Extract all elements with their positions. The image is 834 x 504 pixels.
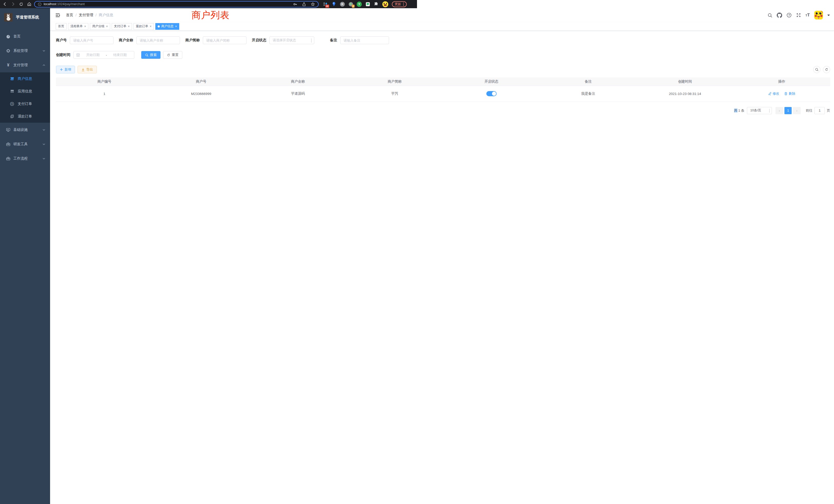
status-select[interactable]: 请选择开启状态 [269,37,314,44]
extension-pin-icon[interactable] [331,2,336,7]
header-short-name: 商户简称 [346,77,417,86]
tab-pay-order[interactable]: 支付订单× [112,23,132,30]
tab-process-form[interactable]: 流程表单× [68,23,88,30]
date-range-picker[interactable]: 开始日期 - 结束日期 [73,51,134,59]
cell-short-name: 芋艿 [346,86,417,101]
extension-blocks-icon[interactable]: 10 [323,2,328,7]
chevron-down-icon [42,157,45,160]
url-text: localhost:1024/pay/merchant [44,2,85,6]
share-icon[interactable] [302,2,306,6]
table-toolbar: 新增 导出 [56,66,417,73]
submenu-item-pay-order[interactable]: ¥ 支付订单 [0,97,50,110]
extension-chat-icon[interactable] [365,2,370,7]
short-name-input[interactable] [203,37,246,44]
tab-close-icon[interactable]: × [84,25,86,28]
url-path: :1024/pay/merchant [56,2,85,6]
cell-full-name: 芋道源码 [249,86,346,101]
chevron-down-icon [311,39,311,42]
submenu-item-refund-order[interactable]: 退款订单 [0,110,50,123]
app-logo [4,13,13,22]
grid-icon [9,89,15,93]
add-button[interactable]: 新增 [56,66,75,73]
date-end-placeholder: 结束日期 [109,53,131,57]
sidebar-menu: 首页 系统管理 ¥ 支付管理 商户信息 [0,29,50,166]
extension-y-icon[interactable]: Y [357,2,362,7]
extension-shortcuts-icon[interactable]: ⌘ [340,2,345,7]
extensions-puzzle-icon[interactable] [374,2,379,7]
filter-row-1: 商户号 商户全称 商户简称 开启状态 请选择开启状态 [56,37,417,44]
cell-merchant-no: M233666999 [153,86,249,101]
url-bar[interactable]: localhost:1024/pay/merchant [34,1,319,7]
command-glyph: ⌘ [341,3,344,6]
chevron-down-icon [42,143,45,146]
extension-badge: 1 [352,5,355,8]
breadcrumb-separator: / [95,13,96,17]
date-start-placeholder: 开始日期 [81,53,104,57]
submenu-item-label: 支付订单 [18,101,32,106]
update-button[interactable]: 更新 [392,1,407,7]
submenu-item-app[interactable]: 应用信息 [0,85,50,97]
export-button[interactable]: 导出 [78,66,97,73]
sidebar-item-infra[interactable]: 基础设施 [0,123,50,137]
svg-text:¥: ¥ [11,102,13,105]
submenu-item-label: 退款订单 [18,114,32,119]
sidebar-item-pay[interactable]: ¥ 支付管理 [0,58,50,72]
app-title: 芋道管理系统 [16,15,39,20]
merchant-no-label: 商户号 [56,38,67,43]
sidebar-item-label: 首页 [13,34,21,39]
page-content: 商户号 商户全称 商户简称 开启状态 请选择开启状态 [50,31,417,114]
remark-input[interactable] [340,37,389,44]
sidebar-fold-icon[interactable] [56,13,60,18]
merchant-no-input[interactable] [70,37,113,44]
tab-label: 用户分组 [92,24,105,28]
sidebar-item-label: 工作流程 [13,156,28,161]
sidebar-submenu-pay: 商户信息 应用信息 ¥ 支付订单 [0,72,50,123]
download-icon [81,68,85,71]
reset-button[interactable]: 重置 [163,51,182,59]
plus-icon [60,68,63,71]
tab-user-group[interactable]: 用户分组× [90,23,110,30]
reset-button-label: 重置 [172,53,178,57]
url-host: localhost [44,2,56,6]
search-button[interactable]: 搜索 [141,51,160,59]
profile-avatar[interactable] [382,2,388,7]
app-logo-row[interactable]: 芋道管理系统 [0,8,50,23]
extension-recorder-icon[interactable]: 1 [348,2,353,7]
breadcrumb-item-home[interactable]: 首页 [66,13,73,18]
search-button-label: 搜索 [150,53,157,57]
submenu-item-merchant[interactable]: 商户信息 [0,72,50,85]
browser-chrome: localhost:1024/pay/merchant 10 ⌘ 1 Y [0,0,417,8]
short-name-label: 商户简称 [185,38,200,43]
sidebar-item-workflow[interactable]: 工作流程 [0,152,50,166]
browser-back-button[interactable] [3,2,7,6]
date-separator: - [106,53,107,57]
header-full-name: 商户全称 [249,77,346,86]
tab-merchant-info[interactable]: 商户信息× [155,23,179,30]
browser-menu-icon[interactable] [403,3,404,6]
table-header-row: 商户编号 商户号 商户全称 商户简称 开启状态 备注 创建时间 操作 [56,77,417,86]
tab-close-icon[interactable]: × [150,25,152,28]
browser-forward-button[interactable] [11,2,16,6]
sidebar-item-system[interactable]: 系统管理 [0,44,50,58]
tab-close-icon[interactable]: × [106,25,108,28]
sidebar: 芋道管理系统 首页 系统管理 ¥ 支付管理 [0,8,50,252]
breadcrumb: 首页 / 支付管理 / 商户信息 [66,13,113,18]
site-info-icon[interactable] [38,2,42,6]
update-label: 更新 [395,2,401,6]
tab-close-icon[interactable]: × [175,25,177,28]
bookmark-star-icon[interactable] [311,2,315,6]
full-name-label: 商户全称 [119,38,133,43]
chevron-down-icon [42,49,45,52]
browser-nav-buttons [3,2,31,6]
tab-refund-order[interactable]: 退款订单× [133,23,154,30]
browser-reload-button[interactable] [19,2,23,6]
tab-close-icon[interactable]: × [128,25,130,28]
password-key-icon[interactable] [293,2,297,6]
full-name-input[interactable] [136,37,180,44]
tab-home[interactable]: 首页 [56,23,66,30]
breadcrumb-item-pay[interactable]: 支付管理 [79,13,93,18]
tab-label: 首页 [58,24,64,28]
browser-home-button[interactable] [27,2,31,6]
sidebar-item-home[interactable]: 首页 [0,29,50,44]
sidebar-item-devtools[interactable]: 研发工具 [0,137,50,152]
